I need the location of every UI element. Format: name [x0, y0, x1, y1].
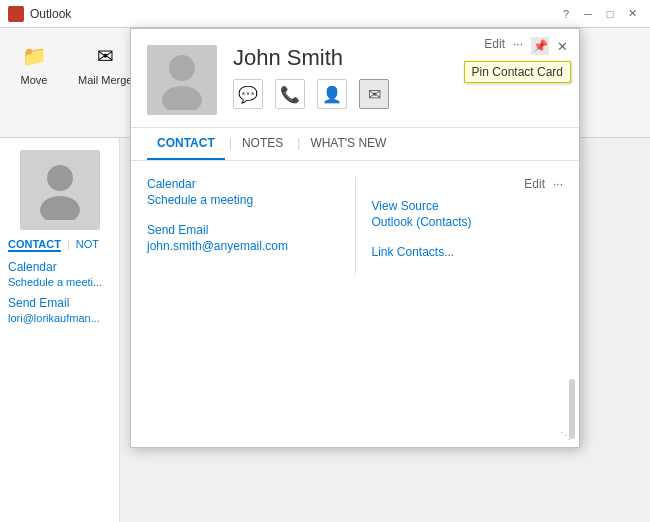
card-edit-link[interactable]: Edit [484, 37, 505, 51]
link-contacts-section: Link Contacts... [372, 245, 564, 259]
sidebar-tab-contact[interactable]: CONTACT [8, 238, 61, 252]
svg-point-0 [47, 165, 73, 191]
sidebar-calendar-link[interactable]: Schedule a meeti... [8, 276, 111, 288]
link-contacts-link[interactable]: Link Contacts... [372, 245, 564, 259]
right-col-controls: Edit ··· [372, 177, 564, 191]
email-action-button[interactable]: ✉ [359, 79, 389, 109]
email-icon: ✉ [368, 85, 381, 104]
view-source-value[interactable]: Outlook (Contacts) [372, 215, 564, 229]
svg-point-1 [40, 196, 80, 220]
card-header: John Smith 💬 📞 👤 ✉ Edit ··· [131, 29, 579, 128]
calendar-title: Calendar [147, 177, 339, 191]
pin-card-button[interactable]: 📌 [531, 37, 549, 55]
avatar-silhouette [35, 160, 85, 220]
window-controls: ? ─ □ ✕ [556, 6, 642, 22]
mailmerge-icon: ✉ [89, 40, 121, 72]
contact-card-popup: John Smith 💬 📞 👤 ✉ Edit ··· [130, 28, 580, 448]
window-title: Outlook [30, 7, 556, 21]
card-avatar-silhouette [157, 50, 207, 110]
ribbon-group-mailmerge: ✉ Mail Merge [72, 36, 138, 90]
pin-icon: 📌 [533, 39, 548, 53]
ribbon-move-button[interactable]: 📁 Move [12, 36, 56, 90]
tab-notes[interactable]: NOTES [232, 128, 293, 160]
view-source-section: View Source Outlook (Contacts) [372, 199, 564, 229]
title-bar: Outlook ? ─ □ ✕ [0, 0, 650, 28]
right-edit-link[interactable]: Edit [524, 177, 545, 191]
message-icon: 💬 [238, 85, 258, 104]
card-more-button[interactable]: ··· [513, 37, 523, 51]
card-left-column: Calendar Schedule a meeting Send Email j… [147, 177, 339, 275]
ribbon-group-move: 📁 Move [12, 36, 56, 90]
send-email-section: Send Email john.smith@anyemail.com [147, 223, 339, 253]
sidebar-email-title: Send Email [8, 296, 111, 310]
card-footer-indicator: ⋱ [560, 430, 571, 443]
card-action-buttons: 💬 📞 👤 ✉ [233, 79, 563, 109]
tab-whatsnew[interactable]: WHAT'S NEW [300, 128, 396, 160]
email-address-link[interactable]: john.smith@anyemail.com [147, 239, 339, 253]
card-right-column: Edit ··· View Source Outlook (Contacts) … [372, 177, 564, 275]
tab-contact[interactable]: CONTACT [147, 128, 225, 160]
help-button[interactable]: ? [556, 6, 576, 22]
move-icon: 📁 [18, 40, 50, 72]
video-icon: 👤 [322, 85, 342, 104]
svg-point-2 [169, 55, 195, 81]
move-label: Move [21, 74, 48, 86]
mailmerge-label: Mail Merge [78, 74, 132, 86]
video-action-button[interactable]: 👤 [317, 79, 347, 109]
card-tabs: CONTACT | NOTES | WHAT'S NEW [131, 128, 579, 161]
schedule-meeting-link[interactable]: Schedule a meeting [147, 193, 339, 207]
minimize-button[interactable]: ─ [578, 6, 598, 22]
message-action-button[interactable]: 💬 [233, 79, 263, 109]
ribbon-mailmerge-button[interactable]: ✉ Mail Merge [72, 36, 138, 90]
sidebar-panel: CONTACT | NOT Calendar Schedule a meeti.… [0, 138, 120, 522]
sidebar-tab-not[interactable]: NOT [76, 238, 99, 252]
card-avatar [147, 45, 217, 115]
send-email-title: Send Email [147, 223, 339, 237]
phone-icon: 📞 [280, 85, 300, 104]
card-top-controls: Edit ··· [484, 37, 523, 51]
close-card-button[interactable]: ✕ [553, 37, 571, 55]
close-window-button[interactable]: ✕ [622, 6, 642, 22]
maximize-button[interactable]: □ [600, 6, 620, 22]
phone-action-button[interactable]: 📞 [275, 79, 305, 109]
sidebar-calendar-title: Calendar [8, 260, 111, 274]
sidebar-tabs: CONTACT | NOT [8, 238, 111, 252]
svg-point-3 [162, 86, 202, 110]
card-content: Calendar Schedule a meeting Send Email j… [131, 161, 579, 291]
column-divider [355, 177, 356, 275]
calendar-section: Calendar Schedule a meeting [147, 177, 339, 207]
app-icon [8, 6, 24, 22]
sidebar-email-value[interactable]: lori@lorikaufman... [8, 312, 111, 324]
right-more-button[interactable]: ··· [553, 177, 563, 191]
sidebar-avatar [20, 150, 100, 230]
pin-tooltip: Pin Contact Card [464, 61, 571, 83]
view-source-title: View Source [372, 199, 564, 213]
